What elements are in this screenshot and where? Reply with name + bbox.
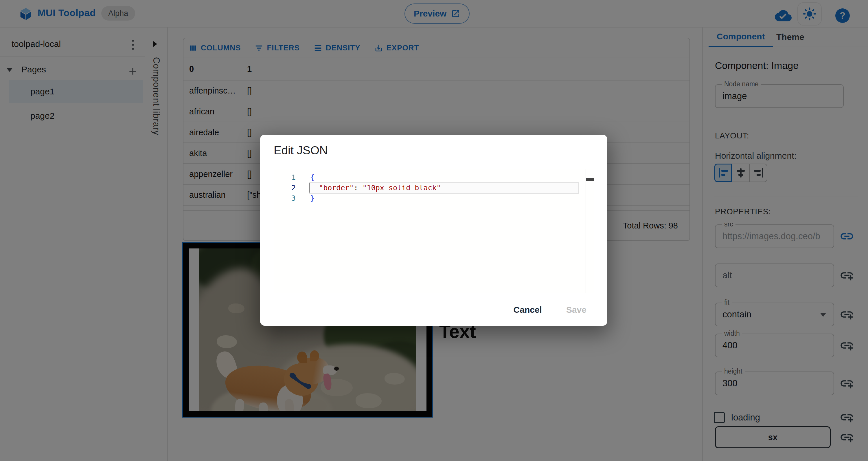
cancel-button[interactable]: Cancel xyxy=(505,301,550,319)
line-number-active: 2 xyxy=(274,183,296,193)
code-line-2: 2 "border": "10px solid black" xyxy=(274,183,594,193)
dialog-title: Edit JSON xyxy=(274,144,328,157)
line-number: 1 xyxy=(274,172,296,183)
json-key-token: "border" xyxy=(319,183,353,192)
toolpad-app-window: MUI Toolpad Alpha Preview xyxy=(0,0,868,461)
dialog-actions: Cancel Save xyxy=(505,301,595,319)
code-line-1: 1 { xyxy=(274,172,594,183)
edit-json-dialog: Edit JSON 1 { 2 "border": "10px solid bl… xyxy=(260,135,607,326)
open-brace-token: { xyxy=(310,173,314,181)
line-number: 3 xyxy=(274,193,296,204)
json-value-token: "10px solid black" xyxy=(363,183,441,192)
colon-token: : xyxy=(354,183,363,192)
close-brace-token: } xyxy=(310,194,314,202)
json-code-editor[interactable]: 1 { 2 "border": "10px solid black" 3 } xyxy=(274,169,594,293)
save-button[interactable]: Save xyxy=(558,301,595,319)
code-line-3: 3 } xyxy=(274,193,594,204)
